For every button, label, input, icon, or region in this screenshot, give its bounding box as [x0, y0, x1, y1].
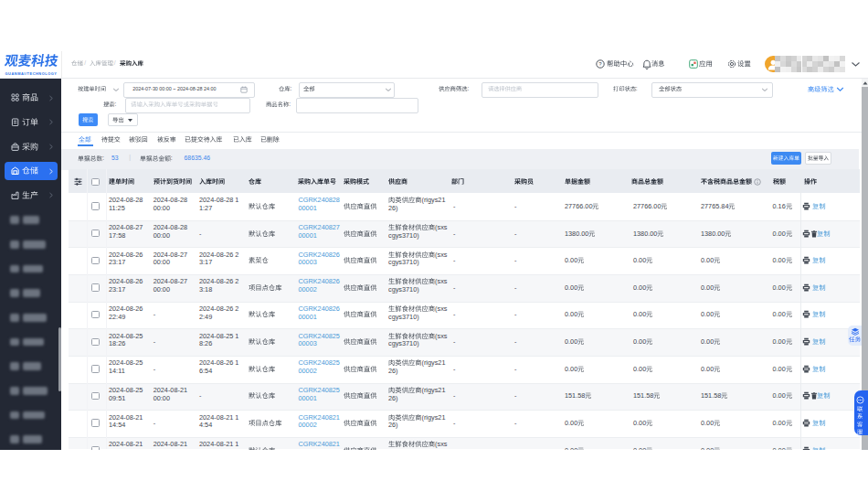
svg-text:?: ? [598, 61, 602, 67]
